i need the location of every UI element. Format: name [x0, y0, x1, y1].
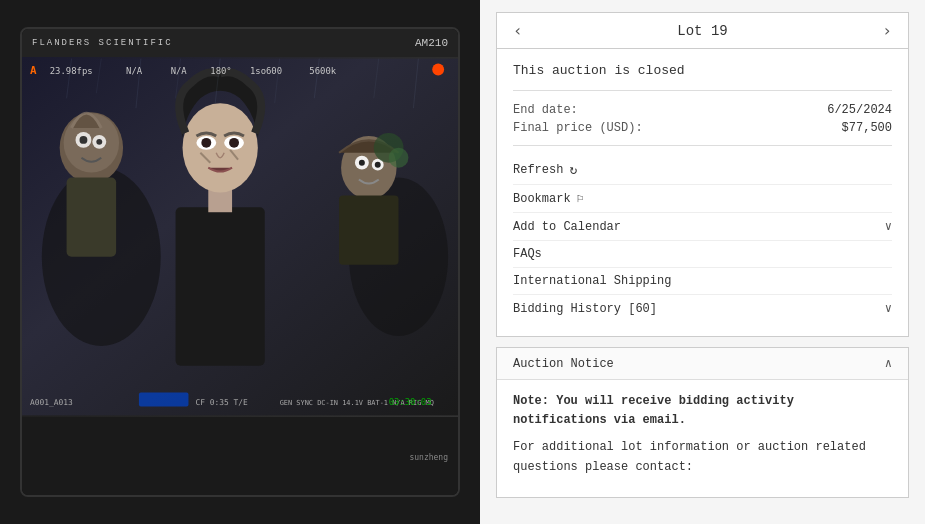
- divider-1: [513, 145, 892, 146]
- prev-lot-button[interactable]: ‹: [513, 21, 523, 40]
- notice-text: Note: You will receive bidding activity …: [513, 392, 892, 477]
- svg-point-16: [229, 138, 239, 148]
- notice-header[interactable]: Auction Notice ∧: [497, 348, 908, 380]
- bookmark-label: Bookmark ⚐: [513, 191, 584, 206]
- notice-section: Auction Notice ∧ Note: You will receive …: [496, 347, 909, 498]
- faqs-action[interactable]: FAQs: [513, 241, 892, 267]
- svg-text:CF 0:35  T/E: CF 0:35 T/E: [195, 398, 248, 407]
- info-section: This auction is closed End date: 6/25/20…: [496, 49, 909, 337]
- lot-title: Lot 19: [677, 23, 727, 39]
- monitor-screen: A 23.98fps N/A N/A 180° 1so600 5600k A00…: [22, 57, 458, 417]
- svg-rect-45: [139, 393, 189, 407]
- svg-text:1so600: 1so600: [250, 66, 282, 76]
- svg-point-21: [359, 160, 365, 166]
- notice-chevron-icon: ∧: [885, 356, 892, 371]
- faqs-label: FAQs: [513, 247, 542, 261]
- bookmark-icon: ⚐: [577, 191, 584, 206]
- final-price-row: Final price (USD): $77,500: [513, 121, 892, 135]
- notice-title: Auction Notice: [513, 357, 614, 371]
- refresh-action[interactable]: Refresh ↻: [513, 156, 892, 184]
- svg-text:A: A: [30, 64, 37, 77]
- next-lot-button[interactable]: ›: [882, 21, 892, 40]
- monitor-brand-bottom: sunzheng: [409, 453, 448, 462]
- svg-text:N/A: N/A: [126, 66, 143, 76]
- monitor-bottom-bar: sunzheng: [22, 417, 458, 497]
- svg-rect-9: [67, 178, 117, 257]
- svg-point-6: [79, 136, 87, 144]
- final-price-label: Final price (USD):: [513, 121, 643, 135]
- notice-body: Note: You will receive bidding activity …: [497, 380, 908, 497]
- svg-point-15: [201, 138, 211, 148]
- svg-text:A001_A013: A001_A013: [30, 398, 73, 407]
- end-date-row: End date: 6/25/2024: [513, 103, 892, 117]
- notice-normal-text: For additional lot information or auctio…: [513, 438, 892, 476]
- svg-point-12: [183, 103, 258, 192]
- calendar-label: Add to Calendar: [513, 220, 621, 234]
- bidding-history-chevron-icon: ∨: [885, 301, 892, 316]
- end-date-value: 6/25/2024: [827, 103, 892, 117]
- calendar-chevron-icon: ∨: [885, 219, 892, 234]
- svg-point-23: [375, 162, 381, 168]
- refresh-label: Refresh ↻: [513, 162, 577, 178]
- lot-nav: ‹ Lot 19 ›: [496, 12, 909, 49]
- shipping-action[interactable]: International Shipping: [513, 268, 892, 294]
- svg-rect-10: [176, 207, 265, 366]
- calendar-action[interactable]: Add to Calendar ∨: [513, 213, 892, 240]
- svg-rect-24: [339, 195, 398, 264]
- svg-text:23.98fps: 23.98fps: [50, 66, 93, 76]
- monitor-frame: FLANDERS SCIENTIFIC AM210: [20, 27, 460, 497]
- svg-text:03:30:03: 03:30:03: [389, 397, 432, 407]
- bidding-history-action[interactable]: Bidding History [60] ∨: [513, 295, 892, 322]
- refresh-icon: ↻: [569, 162, 577, 178]
- svg-point-26: [389, 148, 409, 168]
- monitor-model-text: AM210: [415, 37, 448, 49]
- monitor-brand-text: FLANDERS SCIENTIFIC: [32, 38, 173, 48]
- bookmark-action[interactable]: Bookmark ⚐: [513, 185, 892, 212]
- notice-bold-text: Note: You will receive bidding activity …: [513, 394, 794, 427]
- scene-svg: A 23.98fps N/A N/A 180° 1so600 5600k A00…: [22, 57, 458, 417]
- auction-status-text: This auction is closed: [513, 63, 892, 91]
- end-date-label: End date:: [513, 103, 578, 117]
- final-price-value: $77,500: [842, 121, 892, 135]
- svg-point-43: [432, 64, 444, 76]
- right-panel: ‹ Lot 19 › This auction is closed End da…: [480, 0, 925, 524]
- svg-text:5600k: 5600k: [309, 66, 336, 76]
- image-panel: FLANDERS SCIENTIFIC AM210: [0, 0, 480, 524]
- bidding-history-label: Bidding History [60]: [513, 302, 657, 316]
- bookmark-text: Bookmark: [513, 192, 571, 206]
- refresh-text: Refresh: [513, 163, 563, 177]
- shipping-label: International Shipping: [513, 274, 671, 288]
- svg-point-8: [96, 139, 102, 145]
- svg-text:180°: 180°: [210, 66, 231, 76]
- monitor-top-bar: FLANDERS SCIENTIFIC AM210: [22, 29, 458, 57]
- svg-text:N/A: N/A: [171, 66, 188, 76]
